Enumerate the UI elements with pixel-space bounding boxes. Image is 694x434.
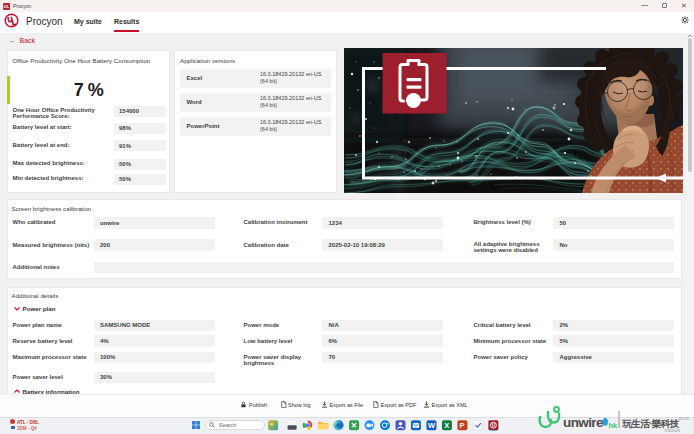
svg-text:15:03: 15:03 [678,416,689,421]
svg-text:P: P [460,421,465,430]
svg-text:X: X [444,421,449,430]
svg-text:U: U [492,423,495,428]
svg-text:W: W [428,421,436,430]
svg-text:7/3/2025: 7/3/2025 [664,428,681,433]
svg-text:unwire: unwire [563,415,604,430]
svg-text:hk: hk [609,421,619,430]
